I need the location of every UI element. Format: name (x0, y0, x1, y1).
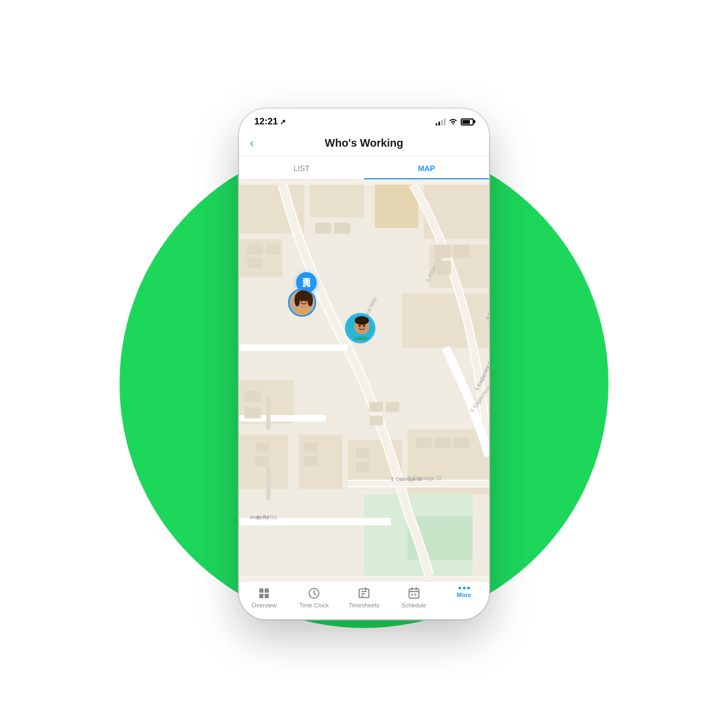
svg-rect-3 (310, 185, 364, 217)
nav-more-label: More (457, 592, 471, 598)
signal-icon (436, 118, 445, 125)
svg-rect-48 (435, 261, 451, 274)
svg-rect-7 (402, 293, 489, 348)
svg-rect-79 (415, 594, 416, 595)
svg-rect-33 (386, 402, 399, 412)
svg-rect-29 (266, 244, 280, 254)
svg-rect-46 (435, 244, 451, 258)
more-dots-icon (459, 587, 470, 589)
back-button[interactable]: ‹ (250, 136, 254, 150)
tab-list[interactable]: LIST (239, 156, 364, 179)
nav-timeclock[interactable]: Time Clock (289, 587, 339, 608)
wifi-icon (449, 117, 457, 126)
svg-rect-31 (334, 223, 350, 234)
svg-point-53 (307, 293, 313, 306)
svg-rect-41 (356, 448, 369, 458)
svg-rect-38 (255, 456, 269, 466)
nav-timesheets[interactable]: Timesheets (339, 587, 389, 608)
svg-rect-64 (259, 588, 263, 593)
clock-icon (307, 587, 321, 600)
building-icon (301, 277, 312, 288)
svg-rect-47 (454, 244, 470, 258)
nav-more[interactable]: More (439, 587, 489, 608)
bottom-navigation: Overview Time Clock Timesheets (239, 581, 489, 619)
svg-rect-65 (265, 588, 269, 593)
svg-point-59 (355, 316, 369, 325)
svg-rect-32 (369, 402, 383, 412)
svg-rect-74 (409, 589, 419, 598)
nav-timeclock-label: Time Clock (299, 602, 329, 608)
location-arrow-icon: ↗ (280, 118, 286, 126)
svg-rect-34 (369, 416, 383, 425)
svg-point-56 (305, 299, 307, 302)
svg-rect-37 (255, 443, 269, 453)
svg-rect-42 (356, 462, 369, 472)
status-icons (436, 117, 474, 126)
scene: 12:21 ↗ ‹ Who's Working (0, 0, 728, 728)
svg-rect-45 (454, 437, 470, 448)
svg-rect-66 (259, 594, 263, 598)
svg-point-61 (359, 325, 361, 327)
svg-rect-28 (247, 258, 262, 268)
avatar-pin-2[interactable]: SCIENCE (345, 313, 375, 343)
timesheets-icon (357, 587, 371, 600)
page-title: Who's Working (325, 137, 403, 149)
nav-timesheets-label: Timesheets (349, 602, 379, 608)
svg-rect-30 (315, 223, 331, 234)
svg-rect-15 (266, 397, 271, 429)
svg-rect-43 (416, 437, 432, 448)
map-background: S Pinerest Way S Falconrest Way S Eaglec… (239, 180, 489, 581)
tab-map[interactable]: MAP (364, 156, 489, 179)
svg-rect-67 (265, 594, 269, 598)
svg-rect-44 (435, 437, 451, 448)
svg-rect-27 (247, 244, 262, 254)
nav-schedule-label: Schedule (401, 602, 426, 608)
avatar-pin-1[interactable] (288, 288, 316, 317)
svg-rect-39 (304, 443, 318, 453)
tabs-bar: LIST MAP (239, 156, 489, 180)
phone-frame: 12:21 ↗ ‹ Who's Working (239, 109, 489, 619)
svg-point-62 (363, 325, 365, 327)
svg-rect-78 (411, 594, 413, 595)
status-bar: 12:21 ↗ (239, 109, 489, 131)
svg-point-55 (300, 299, 303, 302)
nav-schedule[interactable]: Schedule (389, 587, 439, 608)
svg-text:amity Rd: amity Rd (255, 514, 277, 520)
svg-rect-36 (244, 407, 261, 418)
status-time: 12:21 ↗ (254, 116, 286, 127)
svg-point-52 (294, 293, 300, 306)
grid-icon (258, 587, 271, 600)
map-view: S Pinerest Way S Falconrest Way S Eaglec… (239, 180, 489, 581)
svg-text:E Oakridge St: E Oakridge St (407, 475, 441, 481)
svg-rect-16 (266, 467, 271, 500)
app-header: ‹ Who's Working (239, 131, 489, 156)
calendar-icon (407, 587, 421, 600)
battery-icon (461, 118, 474, 125)
nav-overview-label: Overview (252, 602, 277, 608)
nav-overview[interactable]: Overview (239, 587, 289, 608)
svg-rect-40 (304, 456, 318, 466)
svg-rect-35 (244, 391, 261, 402)
